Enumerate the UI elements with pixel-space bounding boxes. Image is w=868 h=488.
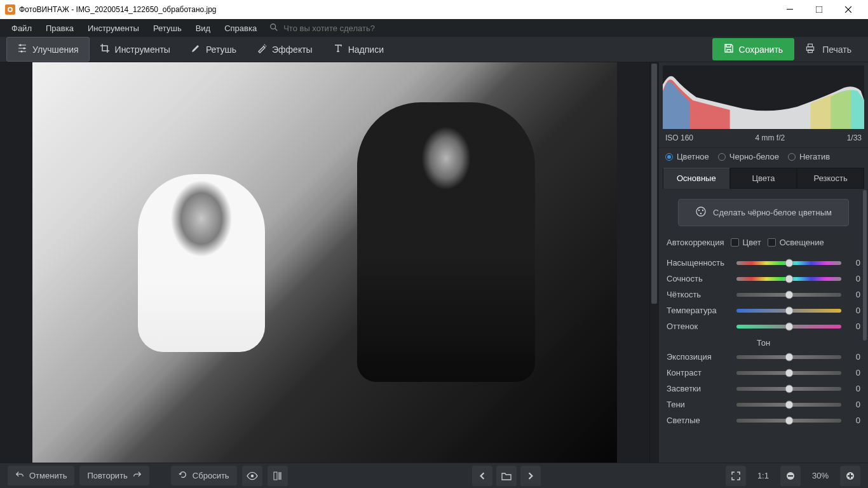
undo-label: Отменить — [29, 471, 67, 480]
mode-bw-label: Черно-белое — [729, 152, 779, 161]
menu-help[interactable]: Справка — [218, 21, 263, 36]
zoom-ratio[interactable]: 1:1 — [751, 471, 775, 480]
tab-captions[interactable]: Надписи — [323, 37, 394, 61]
svg-point-14 — [700, 213, 702, 214]
print-label: Печать — [822, 44, 851, 55]
slider-temperature[interactable]: Температура0 — [664, 302, 863, 318]
svg-rect-3 — [816, 6, 822, 13]
slider-clarity[interactable]: Чёткость0 — [664, 287, 863, 302]
footer: Отменить Повторить Сбросить 1:1 30% — [0, 463, 868, 488]
palette-icon — [695, 206, 707, 219]
compare-button[interactable] — [268, 466, 288, 486]
svg-point-12 — [698, 210, 700, 211]
app-icon — [5, 4, 15, 15]
next-button[interactable] — [520, 466, 541, 486]
check-light-label: Освещение — [780, 238, 824, 247]
autocorr-row: Автокоррекция Цвет Освещение — [664, 235, 863, 255]
mode-color-label: Цветное — [677, 152, 709, 161]
sliders-icon — [17, 43, 27, 55]
menu-file[interactable]: Файл — [5, 21, 38, 36]
tab-enhance-label: Улучшения — [32, 44, 79, 55]
brush-icon — [191, 43, 201, 55]
tab-colors[interactable]: Цвета — [730, 168, 797, 189]
colorize-bw-button[interactable]: Сделать чёрно-белое цветным — [678, 199, 849, 226]
print-icon — [804, 43, 816, 56]
menu-edit[interactable]: Правка — [39, 21, 80, 36]
colorize-bw-label: Сделать чёрно-белое цветным — [713, 208, 832, 217]
menubar: Файл Правка Инструменты Ретушь Вид Справ… — [0, 19, 868, 37]
redo-label: Повторить — [87, 471, 127, 480]
tone-section-title: Тон — [664, 334, 863, 349]
tab-tools[interactable]: Инструменты — [90, 37, 180, 61]
slider-highlights[interactable]: Засветки0 — [664, 381, 863, 396]
tab-main[interactable]: Основные — [663, 168, 730, 189]
svg-point-6 — [24, 48, 25, 50]
tab-sharp[interactable]: Резкость — [797, 168, 864, 189]
tab-retouch-label: Ретушь — [206, 44, 236, 55]
meta-lens: 4 mm f/2 — [755, 133, 785, 142]
autocorr-label: Автокоррекция — [667, 238, 724, 247]
canvas-scrollbar[interactable] — [649, 62, 658, 463]
svg-point-15 — [250, 474, 254, 477]
tab-effects[interactable]: Эффекты — [247, 37, 323, 61]
tab-enhance[interactable]: Улучшения — [6, 37, 90, 62]
check-color-label: Цвет — [743, 238, 761, 247]
tab-captions-label: Надписи — [348, 44, 384, 55]
photo-preview — [32, 62, 617, 463]
window-title: ФотоВИНТАЖ - IMG_20200514_122650_обработ… — [19, 5, 775, 14]
slider-shadows[interactable]: Тени0 — [664, 396, 863, 412]
zoom-in-button[interactable] — [840, 466, 860, 486]
undo-icon — [15, 470, 24, 481]
close-button[interactable] — [834, 0, 863, 19]
svg-point-1 — [9, 8, 11, 11]
svg-rect-16 — [274, 472, 277, 480]
wand-icon — [257, 43, 267, 55]
maximize-button[interactable] — [804, 0, 834, 19]
slider-whites[interactable]: Светлые0 — [664, 412, 863, 428]
svg-rect-2 — [787, 9, 793, 10]
slider-contrast[interactable]: Контраст0 — [664, 365, 863, 381]
tab-tools-label: Инструменты — [115, 44, 170, 55]
print-button[interactable]: Печать — [794, 37, 862, 61]
tab-effects-label: Эффекты — [272, 44, 313, 55]
check-light[interactable]: Освещение — [768, 238, 824, 247]
save-label: Сохранить — [739, 44, 783, 55]
mode-color[interactable]: Цветное — [665, 152, 709, 161]
redo-button[interactable]: Повторить — [79, 466, 149, 485]
undo-button[interactable]: Отменить — [8, 466, 74, 485]
fit-screen-button[interactable] — [726, 466, 746, 486]
search-input[interactable] — [283, 24, 410, 33]
svg-rect-19 — [788, 475, 793, 477]
meta-iso: ISO 160 — [665, 133, 693, 142]
open-folder-button[interactable] — [496, 466, 517, 486]
check-color[interactable]: Цвет — [731, 238, 761, 247]
menu-tools[interactable]: Инструменты — [81, 21, 146, 36]
canvas[interactable] — [0, 62, 649, 463]
slider-vibrance[interactable]: Сочность0 — [664, 271, 863, 287]
titlebar: ФотоВИНТАЖ - IMG_20200514_122650_обработ… — [0, 0, 868, 19]
svg-point-11 — [696, 207, 705, 216]
panel-scrollbar[interactable] — [862, 189, 868, 463]
mode-negative-label: Негатив — [799, 152, 830, 161]
menu-view[interactable]: Вид — [189, 21, 217, 36]
slider-tint[interactable]: Оттенок0 — [664, 318, 863, 334]
adjust-tabs: Основные Цвета Резкость — [663, 168, 864, 189]
reset-button[interactable]: Сбросить — [171, 466, 237, 485]
slider-exposure[interactable]: Экспозиция0 — [664, 349, 863, 365]
preview-button[interactable] — [242, 466, 262, 486]
color-mode-row: Цветное Черно-белое Негатив — [659, 147, 868, 168]
text-icon — [333, 43, 343, 55]
minimize-button[interactable] — [775, 0, 804, 19]
svg-point-5 — [20, 44, 22, 46]
mode-bw[interactable]: Черно-белое — [718, 152, 779, 161]
tab-retouch[interactable]: Ретушь — [180, 37, 247, 61]
zoom-out-button[interactable] — [780, 466, 801, 486]
slider-saturation[interactable]: Насыщенность0 — [664, 255, 863, 271]
histogram — [663, 65, 864, 129]
prev-button[interactable] — [472, 466, 492, 486]
menu-retouch[interactable]: Ретушь — [147, 21, 188, 36]
svg-point-7 — [21, 51, 23, 53]
save-button[interactable]: Сохранить — [712, 38, 795, 60]
mode-negative[interactable]: Негатив — [788, 152, 830, 161]
svg-point-13 — [702, 210, 703, 211]
